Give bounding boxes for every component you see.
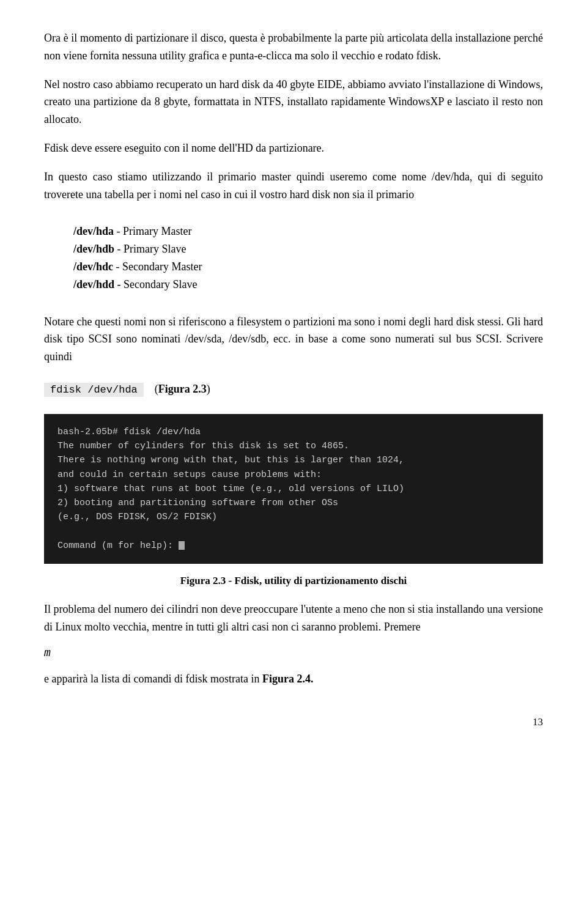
page-number: 13 <box>533 716 543 728</box>
terminal-cursor <box>179 541 185 550</box>
terminal-line-7: (e.g., DOS FDISK, OS/2 FDISK) <box>57 510 530 524</box>
dev-hdc: /dev/hdc <box>73 261 113 273</box>
terminal-line-3: There is nothing wrong with that, but th… <box>57 453 530 467</box>
paragraph-7-text: e apparirà la lista di comandi di fdisk … <box>44 673 259 685</box>
paragraph-1: Ora è il momento di partizionare il disc… <box>44 29 543 65</box>
dev-hdd-desc: - Secondary Slave <box>117 278 198 290</box>
paragraph-3: Fdisk deve essere eseguito con il nome d… <box>44 139 543 157</box>
figura-ref-inline: (Figura 2.3) <box>155 383 210 396</box>
paragraph-4: In questo caso stiamo utilizzando il pri… <box>44 168 543 204</box>
m-command: m <box>44 647 543 659</box>
dev-hdd: /dev/hdd <box>73 278 114 290</box>
dev-hda-desc: - Primary Master <box>117 225 192 237</box>
terminal-line-5: 1) software that runs at boot time (e.g.… <box>57 482 530 496</box>
paragraph-2: Nel nostro caso abbiamo recuperato un ha… <box>44 76 543 128</box>
fdisk-command-line: fdisk /dev/hda (Figura 2.3) <box>44 383 543 397</box>
dev-list-item-4: /dev/hdd - Secondary Slave <box>73 276 543 294</box>
terminal-line-6: 2) booting and partitioning software fro… <box>57 496 530 510</box>
terminal-line-2: The number of cylinders for this disk is… <box>57 439 530 453</box>
dev-hda: /dev/hda <box>73 225 114 237</box>
fdisk-command: fdisk /dev/hda <box>44 383 144 397</box>
figura-2-4-ref: Figura 2.4. <box>262 673 314 685</box>
terminal-line-8 <box>57 525 530 539</box>
figure-caption-text: Figura 2.3 - Fdisk, utility di partizion… <box>180 575 407 586</box>
dev-hdc-desc: - Secondary Master <box>116 261 202 273</box>
paragraph-5: Notare che questi nomi non si riferiscon… <box>44 313 543 366</box>
dev-hdb: /dev/hdb <box>73 243 114 255</box>
terminal-line-1: bash-2.05b# fdisk /dev/hda <box>57 425 530 439</box>
terminal-line-4: and could in certain setups cause proble… <box>57 468 530 482</box>
paragraph-7: e apparirà la lista di comandi di fdisk … <box>44 670 543 688</box>
dev-list: /dev/hda - Primary Master /dev/hdb - Pri… <box>73 223 543 293</box>
dev-hdb-desc: - Primary Slave <box>117 243 186 255</box>
paragraph-6: Il problema del numero dei cilindri non … <box>44 601 543 636</box>
figura-ref-bold: Figura 2.3 <box>158 383 207 395</box>
page-content: Ora è il momento di partizionare il disc… <box>0 0 587 748</box>
terminal-block: bash-2.05b# fdisk /dev/hda The number of… <box>44 414 543 564</box>
figure-caption: Figura 2.3 - Fdisk, utility di partizion… <box>44 575 543 587</box>
terminal-line-9: Command (m for help): <box>57 539 530 553</box>
dev-list-item-1: /dev/hda - Primary Master <box>73 223 543 240</box>
dev-list-item-3: /dev/hdc - Secondary Master <box>73 258 543 276</box>
dev-list-item-2: /dev/hdb - Primary Slave <box>73 240 543 258</box>
